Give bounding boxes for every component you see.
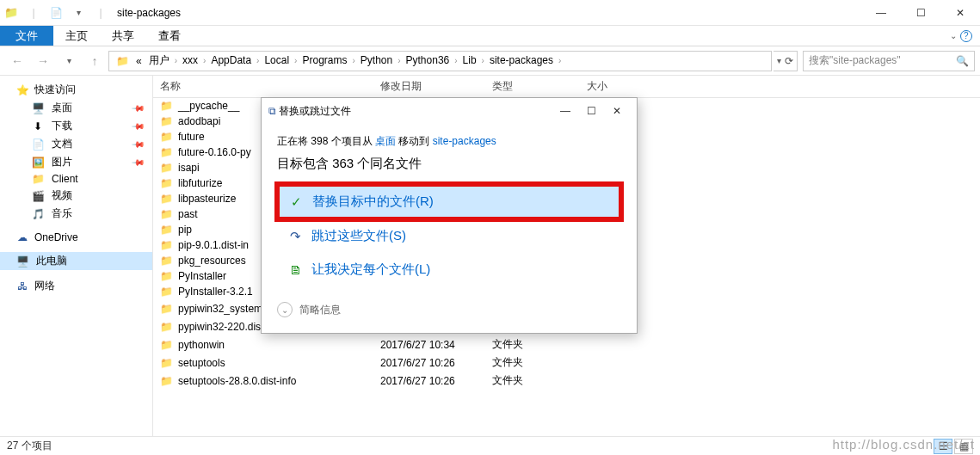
ribbon-tab-home[interactable]: 主页 xyxy=(53,26,100,46)
nav-item-icon: ⬇ xyxy=(31,120,45,132)
table-row[interactable]: 📁setuptools-28.8.0.dist-info 2017/6/27 1… xyxy=(153,372,980,390)
file-date: 2017/6/27 10:34 xyxy=(373,338,485,352)
option-decide[interactable]: 🗎 让我决定每个文件(L) xyxy=(277,253,621,286)
chevron-right-icon[interactable]: › xyxy=(396,56,402,65)
column-date[interactable]: 修改日期 xyxy=(373,76,485,97)
qat-separator: | xyxy=(22,0,45,26)
file-name: pip-9.0.1.dist-in xyxy=(178,239,249,251)
chevron-down-icon: ⌄ xyxy=(277,302,293,317)
folder-icon: 📁 xyxy=(160,146,173,158)
chevron-right-icon[interactable]: › xyxy=(453,56,459,65)
breadcrumb-item[interactable]: 用户 xyxy=(145,54,173,66)
breadcrumb-item[interactable]: Python36 xyxy=(403,54,453,66)
breadcrumb-overflow[interactable]: « xyxy=(133,55,145,67)
titlebar: | 📄 ▾ | site-packages — ☐ ✕ xyxy=(0,0,980,26)
file-name: past xyxy=(178,208,198,220)
forward-button[interactable]: → xyxy=(31,50,55,72)
nav-item-label: 图片 xyxy=(52,155,72,169)
breadcrumb-item[interactable]: Lib xyxy=(459,54,480,66)
ribbon: 文件 主页 共享 查看 ⌄ ? xyxy=(0,26,980,46)
pin-icon: 📌 xyxy=(132,101,145,114)
file-name: libfuturize xyxy=(178,177,222,189)
table-row[interactable]: 📁setuptools 2017/6/27 10:26 文件夹 xyxy=(153,354,980,372)
column-size[interactable]: 大小 xyxy=(580,76,649,97)
ribbon-tab-share[interactable]: 共享 xyxy=(100,26,146,46)
folder-icon: 📁 xyxy=(160,239,173,251)
chevron-right-icon[interactable]: › xyxy=(173,56,179,65)
chevron-right-icon[interactable]: › xyxy=(480,56,486,65)
chevron-right-icon[interactable]: › xyxy=(557,56,563,65)
pin-icon: 📌 xyxy=(132,137,145,151)
breadcrumb-item[interactable]: xxx xyxy=(179,54,201,66)
breadcrumb-item[interactable]: Local xyxy=(261,54,293,66)
close-button[interactable]: ✕ xyxy=(940,0,980,26)
nav-onedrive[interactable]: ☁ OneDrive xyxy=(0,230,152,245)
pin-icon: 📌 xyxy=(132,155,145,169)
dialog-more-details[interactable]: ⌄ 简略信息 xyxy=(277,302,621,317)
check-icon: ✓ xyxy=(288,194,304,210)
breadcrumb-item[interactable]: Programs xyxy=(299,54,350,66)
nav-item-icon: 🖥️ xyxy=(31,102,45,114)
file-name: libpasteurize xyxy=(178,193,236,205)
qat-dropdown-icon[interactable]: ▾ xyxy=(67,0,89,26)
folder-icon: 📁 xyxy=(160,375,173,387)
ribbon-help-button[interactable]: ⌄ ? xyxy=(942,26,980,46)
refresh-button[interactable]: ▾ ⟳ xyxy=(774,51,798,71)
sidebar-item[interactable]: 🎵音乐 xyxy=(0,205,152,223)
file-type: 文件夹 xyxy=(485,372,580,389)
nav-this-pc[interactable]: 🖥️ 此电脑 xyxy=(0,252,152,270)
nav-quick-access[interactable]: ⭐ 快速访问 xyxy=(0,81,152,99)
search-input[interactable]: 搜索"site-packages" 🔍 xyxy=(803,51,975,71)
nav-item-label: 文档 xyxy=(52,137,72,151)
option-replace[interactable]: ✓ 替换目标中的文件(R) xyxy=(277,184,621,219)
breadcrumb-item[interactable]: AppData xyxy=(207,54,255,66)
dialog-dest-link[interactable]: site-packages xyxy=(433,135,496,147)
dialog-minimize-button[interactable]: — xyxy=(552,105,578,117)
file-name: PyInstaller xyxy=(178,270,226,282)
sidebar-item[interactable]: 🎬视频 xyxy=(0,187,152,205)
file-name: adodbapi xyxy=(178,115,220,127)
back-button[interactable]: ← xyxy=(5,50,29,72)
status-item-count: 27 个项目 xyxy=(7,439,52,453)
nav-item-label: 音乐 xyxy=(52,206,72,221)
view-details-button[interactable]: ☰ xyxy=(934,439,952,454)
dialog-question: 目标包含 363 个同名文件 xyxy=(277,156,621,172)
nav-network[interactable]: 🖧 网络 xyxy=(0,277,152,295)
folder-icon: 📁 xyxy=(160,224,173,236)
dialog-close-button[interactable]: ✕ xyxy=(604,105,630,117)
ribbon-tab-view[interactable]: 查看 xyxy=(146,26,193,46)
folder-icon: 📁 xyxy=(160,303,173,315)
recent-dropdown[interactable]: ▾ xyxy=(57,50,81,72)
column-type[interactable]: 类型 xyxy=(485,76,580,97)
search-icon[interactable]: 🔍 xyxy=(956,55,969,67)
minimize-button[interactable]: — xyxy=(861,0,901,26)
window-title: site-packages xyxy=(117,7,181,19)
file-name: pypiwin32_system32 xyxy=(178,303,274,315)
view-icons-button[interactable]: ▦ xyxy=(954,439,973,454)
dialog-titlebar: ⧉ 替换或跳过文件 — ☐ ✕ xyxy=(262,98,637,124)
sidebar-item[interactable]: 🖼️图片📌 xyxy=(0,153,152,171)
nav-item-icon: 📄 xyxy=(31,138,45,151)
folder-icon: 📁 xyxy=(160,321,173,333)
dialog-info: 正在将 398 个项目从 桌面 移动到 site-packages xyxy=(277,134,621,149)
dialog-source-link[interactable]: 桌面 xyxy=(375,135,396,147)
file-tab[interactable]: 文件 xyxy=(0,26,53,46)
nav-item-icon: 🎵 xyxy=(31,208,45,220)
breadcrumb-item[interactable]: site-packages xyxy=(486,54,557,66)
breadcrumb-item[interactable]: Python xyxy=(357,54,396,66)
maximize-button[interactable]: ☐ xyxy=(901,0,940,26)
properties-icon[interactable]: 📄 xyxy=(45,0,67,26)
option-skip[interactable]: ↷ 跳过这些文件(S) xyxy=(277,219,621,253)
sidebar-item[interactable]: 📁Client xyxy=(0,171,152,187)
sidebar-item[interactable]: ⬇下载📌 xyxy=(0,117,152,135)
breadcrumb[interactable]: 📁 « 用户›xxx›AppData›Local›Programs›Python… xyxy=(108,51,772,71)
search-placeholder: 搜索"site-packages" xyxy=(809,53,901,68)
up-button[interactable]: ↑ xyxy=(83,50,107,72)
chevron-right-icon[interactable]: › xyxy=(350,56,356,65)
sidebar-item[interactable]: 📄文档📌 xyxy=(0,135,152,153)
sidebar-item[interactable]: 🖥️桌面📌 xyxy=(0,99,152,117)
table-row[interactable]: 📁pythonwin 2017/6/27 10:34 文件夹 xyxy=(153,335,980,354)
column-name[interactable]: 名称 xyxy=(153,76,373,97)
dialog-maximize-button[interactable]: ☐ xyxy=(578,105,604,117)
nav-item-icon: 📁 xyxy=(31,173,45,185)
